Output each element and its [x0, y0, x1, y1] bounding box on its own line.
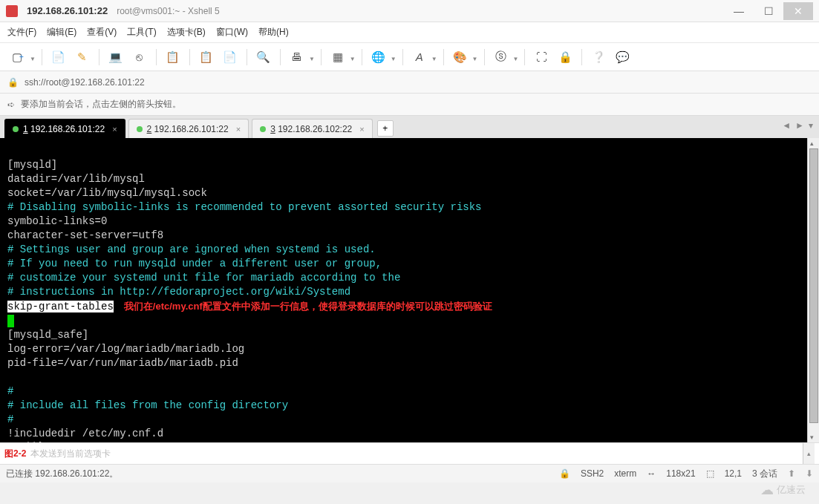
close-tab-icon[interactable]: ×	[236, 125, 241, 134]
status-connected: 已连接 192.168.26.101:22。	[6, 468, 118, 480]
menu-help[interactable]: 帮助(H)	[258, 26, 289, 39]
session-tab-3[interactable]: 3 192.168.26.102:22 ×	[252, 119, 373, 138]
color-icon[interactable]: 🎨	[450, 47, 471, 68]
reconnect-icon[interactable]: 💻	[105, 47, 126, 68]
cursor-icon: ⬚	[706, 468, 714, 479]
session-up-icon[interactable]: ⬆	[788, 468, 795, 479]
menu-edit[interactable]: 编辑(E)	[47, 26, 76, 39]
status-sessions: 3 会话	[752, 468, 777, 480]
dropdown-icon[interactable]: ▼	[472, 51, 478, 62]
new-session-icon[interactable]: ▢+	[7, 47, 28, 68]
address-url[interactable]: ssh://root@192.168.26.101:22	[25, 77, 145, 88]
disconnect-icon[interactable]: ⎋	[129, 47, 150, 68]
cloud-icon: ☁	[760, 482, 774, 498]
menu-window[interactable]: 窗口(W)	[216, 26, 248, 39]
menu-tabs[interactable]: 选项卡(B)	[167, 26, 206, 39]
session-tab-1[interactable]: 1 192.168.26.101:22 ×	[4, 119, 125, 138]
highlighted-config-line: skip-grant-tables	[7, 301, 114, 312]
vim-mode: -- 插入 --	[7, 441, 65, 442]
copy-icon[interactable]: 📋	[196, 47, 217, 68]
title-host: 192.168.26.101:22	[27, 5, 108, 16]
open-icon[interactable]: 📄	[48, 47, 69, 68]
status-termtype: xterm	[614, 468, 636, 479]
lock-icon[interactable]: 🔒	[555, 47, 575, 68]
layout-icon[interactable]: ▦	[327, 47, 348, 68]
title-subtitle: root@vms001:~ - Xshell 5	[117, 6, 220, 16]
ssh-protocol-icon: 🔒	[7, 77, 19, 88]
status-bar: 已连接 192.168.26.101:22。 🔒 SSH2 xterm ↔ 11…	[0, 465, 819, 482]
terminal-scrollbar[interactable]: ▴ ▾	[807, 138, 819, 442]
scroll-down-icon[interactable]: ▾	[810, 433, 814, 441]
lock-status-icon: 🔒	[559, 468, 570, 479]
scroll-up-icon[interactable]: ▴	[810, 140, 814, 147]
terminal-pane[interactable]: [mysqld] datadir=/var/lib/mysql socket=/…	[0, 138, 819, 442]
fullscreen-icon[interactable]: ⛶	[531, 47, 552, 68]
compose-scrollbar[interactable]: ▴	[803, 443, 815, 464]
terminal-cursor	[7, 315, 14, 327]
session-tabbar: 1 192.168.26.101:22 × 2 192.168.26.101:2…	[0, 116, 819, 138]
compose-bar: 图2-2 本发送到当前选项卡 ▴	[0, 442, 819, 465]
status-size: 118x21	[666, 468, 695, 479]
feedback-icon[interactable]: 💬	[612, 47, 633, 68]
menu-bar: 文件(F) 编辑(E) 查看(V) 工具(T) 选项卡(B) 窗口(W) 帮助(…	[0, 22, 819, 43]
status-cursor: 12,1	[725, 468, 742, 479]
paste-icon[interactable]: 📄	[220, 47, 241, 68]
vim-position: 12,1	[721, 441, 746, 442]
close-tab-icon[interactable]: ×	[359, 125, 364, 134]
dropdown-icon[interactable]: ▼	[30, 51, 36, 62]
scrollbar-thumb[interactable]	[809, 148, 818, 423]
dropdown-icon[interactable]: ▼	[431, 51, 437, 62]
address-bar: 🔒 ssh://root@192.168.26.101:22	[0, 71, 819, 94]
app-icon	[6, 5, 18, 17]
edit-icon[interactable]: ✎	[72, 47, 93, 68]
close-button[interactable]: ✕	[783, 2, 813, 20]
status-dot-icon	[137, 126, 143, 132]
dropdown-icon[interactable]: ▼	[350, 51, 356, 62]
add-session-arrow-icon[interactable]: ➪	[7, 99, 15, 110]
properties-icon[interactable]: 📋	[163, 47, 183, 68]
font-icon[interactable]: A	[409, 47, 430, 68]
dropdown-icon[interactable]: ▼	[513, 51, 519, 62]
dropdown-icon[interactable]: ▼	[309, 51, 315, 62]
menu-file[interactable]: 文件(F)	[7, 26, 36, 39]
resize-icon: ↔	[647, 468, 656, 479]
status-dot-icon	[260, 126, 266, 132]
window-titlebar: 192.168.26.101:22 root@vms001:~ - Xshell…	[0, 0, 819, 22]
dropdown-icon[interactable]: ▼	[391, 51, 397, 62]
tab-prev-icon[interactable]: ◄	[782, 120, 791, 131]
menu-tools[interactable]: 工具(T)	[127, 26, 156, 39]
annotation-text: 我们在/etc/my.cnf配置文件中添加一行信息，使得登录数据库的时候可以跳过…	[124, 301, 492, 312]
hint-text: 要添加当前会话，点击左侧的箭头按钮。	[21, 98, 181, 111]
encoding-icon[interactable]: 🌐	[368, 47, 389, 68]
add-tab-button[interactable]: +	[377, 120, 394, 137]
compose-input[interactable]: 本发送到当前选项卡	[30, 448, 798, 460]
status-dot-icon	[13, 126, 19, 132]
menu-view[interactable]: 查看(V)	[87, 26, 117, 39]
close-tab-icon[interactable]: ×	[112, 125, 117, 134]
tab-menu-icon[interactable]: ▾	[809, 120, 813, 131]
find-icon[interactable]: 🔍	[253, 47, 274, 68]
print-icon[interactable]: 🖶	[287, 47, 307, 68]
session-down-icon[interactable]: ⬇	[806, 468, 813, 479]
help-icon[interactable]: ❔	[588, 47, 609, 68]
script-icon[interactable]: ⓢ	[491, 47, 512, 68]
status-ssh: SSH2	[581, 468, 604, 479]
tab-next-icon[interactable]: ►	[795, 120, 804, 131]
figure-label: 图2-2	[4, 448, 26, 460]
session-tab-2[interactable]: 2 192.168.26.101:22 ×	[128, 119, 249, 138]
maximize-button[interactable]: ☐	[754, 2, 783, 20]
watermark: ☁ 亿速云	[760, 482, 806, 498]
minimize-button[interactable]: —	[724, 2, 754, 20]
hint-bar: ➪ 要添加当前会话，点击左侧的箭头按钮。	[0, 94, 819, 116]
toolbar: ▢+▼ 📄 ✎ 💻 ⎋ 📋 📋 📄 🔍 🖶▼ ▦▼ 🌐▼ A▼ 🎨▼ ⓢ▼ ⛶ …	[0, 43, 819, 71]
